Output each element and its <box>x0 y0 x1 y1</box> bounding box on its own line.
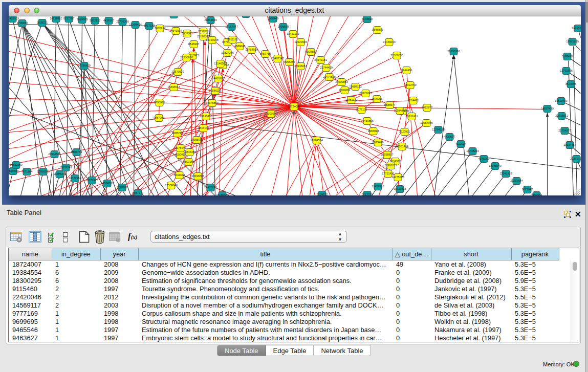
svg-text:18724007: 18724007 <box>288 105 300 108</box>
svg-text:8224730: 8224730 <box>316 193 327 195</box>
svg-text:21439044: 21439044 <box>383 40 395 43</box>
svg-text:11584847: 11584847 <box>394 109 406 112</box>
svg-text:6482877: 6482877 <box>421 106 432 109</box>
svg-text:10710248: 10710248 <box>206 38 218 41</box>
svg-text:5793975: 5793975 <box>154 101 164 104</box>
svg-text:17559643: 17559643 <box>165 184 177 187</box>
svg-text:14275203: 14275203 <box>391 176 404 179</box>
svg-text:15076749: 15076749 <box>59 166 72 169</box>
svg-text:4429607: 4429607 <box>444 135 454 138</box>
svg-text:9983893: 9983893 <box>367 129 378 133</box>
svg-text:20615450: 20615450 <box>200 115 212 118</box>
svg-text:13701506: 13701506 <box>560 69 572 72</box>
svg-text:1218062: 1218062 <box>116 186 127 189</box>
svg-text:18992829: 18992829 <box>566 40 578 43</box>
svg-text:22744459: 22744459 <box>320 66 332 69</box>
svg-text:3395870: 3395870 <box>372 28 382 31</box>
svg-text:22806503: 22806503 <box>37 170 49 173</box>
svg-text:23188315: 23188315 <box>197 35 209 38</box>
svg-text:22474828: 22474828 <box>323 75 335 78</box>
svg-text:4389045: 4389045 <box>234 45 245 48</box>
svg-text:10327246: 10327246 <box>221 51 233 54</box>
svg-text:15375853: 15375853 <box>206 101 218 104</box>
svg-text:20372723: 20372723 <box>570 157 581 160</box>
svg-text:21754078: 21754078 <box>558 129 571 132</box>
svg-text:8369062: 8369062 <box>339 89 350 92</box>
svg-text:3917183: 3917183 <box>143 24 154 27</box>
svg-text:4245263: 4245263 <box>478 157 489 160</box>
svg-text:14460856: 14460856 <box>361 119 373 122</box>
svg-text:3333883: 3333883 <box>181 32 192 35</box>
svg-text:23971842: 23971842 <box>359 92 372 95</box>
svg-text:24549181: 24549181 <box>314 58 326 61</box>
svg-text:13754919: 13754919 <box>245 48 257 51</box>
svg-text:18300295: 18300295 <box>265 112 277 115</box>
svg-text:19384554: 19384554 <box>310 139 322 142</box>
svg-text:8811165: 8811165 <box>227 38 238 41</box>
svg-text:24425670: 24425670 <box>204 186 216 189</box>
svg-text:23706266: 23706266 <box>116 20 128 23</box>
svg-text:11558837: 11558837 <box>381 153 393 156</box>
svg-text:23936053: 23936053 <box>294 64 307 68</box>
svg-text:12294238: 12294238 <box>432 128 444 131</box>
svg-text:19285201: 19285201 <box>53 172 66 176</box>
svg-text:16415740: 16415740 <box>572 27 581 30</box>
svg-text:3644095: 3644095 <box>565 82 576 85</box>
svg-text:1839221: 1839221 <box>36 21 47 24</box>
svg-text:9816145: 9816145 <box>198 126 208 129</box>
svg-text:8029889: 8029889 <box>305 50 316 53</box>
svg-text:9217207: 9217207 <box>63 17 74 20</box>
svg-text:1890399: 1890399 <box>9 169 18 172</box>
svg-text:22570529: 22570529 <box>171 70 184 73</box>
svg-text:6457765: 6457765 <box>259 52 270 55</box>
svg-text:20772475: 20772475 <box>85 179 98 182</box>
svg-text:4439167: 4439167 <box>103 19 114 22</box>
svg-text:4112034: 4112034 <box>455 142 466 145</box>
svg-text:24641507: 24641507 <box>169 29 182 32</box>
svg-text:10323815: 10323815 <box>394 187 406 190</box>
svg-text:2876966: 2876966 <box>371 97 382 100</box>
svg-text:12920906: 12920906 <box>294 40 307 43</box>
svg-text:10228452: 10228452 <box>50 17 62 20</box>
svg-text:22093651: 22093651 <box>555 114 568 117</box>
svg-text:7671884: 7671884 <box>21 170 32 173</box>
svg-text:6217026: 6217026 <box>361 193 372 195</box>
svg-text:4735650: 4735650 <box>16 21 27 25</box>
svg-text:2077105: 2077105 <box>356 108 366 111</box>
svg-text:19085076: 19085076 <box>190 138 203 141</box>
svg-text:15157347: 15157347 <box>225 25 237 28</box>
svg-text:17751421: 17751421 <box>382 172 394 175</box>
svg-text:13748244: 13748244 <box>466 149 478 152</box>
svg-text:19523409: 19523409 <box>555 99 567 102</box>
svg-text:14401657: 14401657 <box>212 77 224 80</box>
svg-text:12416912: 12416912 <box>372 185 384 188</box>
svg-text:22455603: 22455603 <box>9 17 19 20</box>
svg-text:5641643: 5641643 <box>173 173 184 177</box>
svg-text:24090883: 24090883 <box>335 80 347 83</box>
svg-text:18922760: 18922760 <box>404 83 416 86</box>
svg-text:13146585: 13146585 <box>214 62 226 65</box>
svg-text:10057945: 10057945 <box>420 121 432 124</box>
svg-text:9275445: 9275445 <box>175 146 185 149</box>
svg-text:6357277: 6357277 <box>132 191 143 194</box>
svg-text:3220921: 3220921 <box>399 130 409 133</box>
svg-text:17956909: 17956909 <box>78 64 90 67</box>
svg-text:5682115: 5682115 <box>89 19 100 22</box>
svg-text:16396513: 16396513 <box>167 85 180 89</box>
svg-text:24532561: 24532561 <box>48 152 60 156</box>
svg-text:8079409: 8079409 <box>372 141 383 144</box>
svg-text:2537611: 2537611 <box>198 30 208 33</box>
svg-text:9958289: 9958289 <box>284 60 294 63</box>
svg-text:2066449: 2066449 <box>267 17 278 20</box>
svg-text:13421212: 13421212 <box>287 32 299 35</box>
svg-text:4143890: 4143890 <box>361 17 372 20</box>
svg-text:8359183: 8359183 <box>183 160 193 163</box>
svg-text:10837430: 10837430 <box>541 107 553 110</box>
svg-text:5188470: 5188470 <box>561 55 572 58</box>
svg-text:7452134: 7452134 <box>154 27 165 30</box>
svg-text:4050413: 4050413 <box>175 153 185 156</box>
svg-text:9214491: 9214491 <box>407 99 418 102</box>
svg-text:2457954: 2457954 <box>531 193 541 195</box>
svg-text:22330030: 22330030 <box>180 56 192 59</box>
svg-text:20813640: 20813640 <box>204 18 216 21</box>
